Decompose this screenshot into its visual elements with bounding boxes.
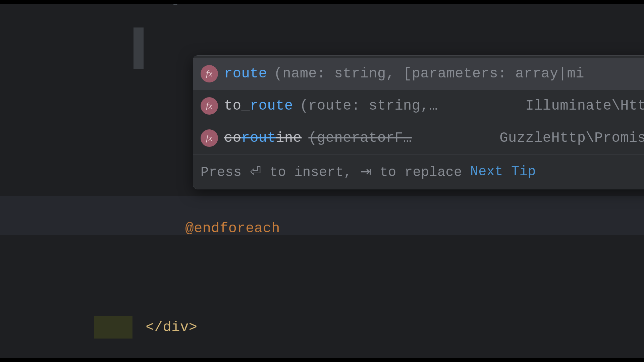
tag-close: </ (146, 319, 163, 336)
hint-text: Press ⏎ to insert, ⇥ to replace (201, 164, 462, 180)
autocomplete-footer: Press ⏎ to insert, ⇥ to replace Next Tip (193, 154, 644, 189)
item-namespace: GuzzleHttp\Promise (499, 130, 644, 146)
autocomplete-popup[interactable]: fx route(name: string, [parameters: arra… (193, 55, 644, 189)
function-icon: fx (201, 97, 218, 115)
function-icon: fx (201, 65, 218, 82)
signature: (generatorF… (308, 130, 412, 146)
autocomplete-item-deprecated[interactable]: fx coroutine(generatorF… GuzzleHttp\Prom… (193, 122, 644, 154)
signature: (route: string,… (300, 98, 438, 114)
tab-key-icon: ⇥ (360, 164, 372, 179)
enter-key-icon: ⏎ (250, 164, 262, 179)
tag-name: div (163, 319, 189, 336)
indent-guide (133, 27, 144, 69)
cutoff-line: @endforeach (171, 0, 266, 7)
next-tip-link[interactable]: Next Tip (470, 164, 536, 179)
autocomplete-item[interactable]: fx to_route(route: string,… Illuminate\H… (193, 90, 644, 122)
item-namespace: Illuminate\Http (525, 98, 644, 114)
function-icon: fx (201, 129, 218, 147)
signature: (name: string, [parameters: array|mi (274, 66, 584, 82)
blade-directive: @endforeach (185, 221, 280, 237)
autocomplete-item[interactable]: fx route(name: string, [parameters: arra… (193, 58, 644, 90)
